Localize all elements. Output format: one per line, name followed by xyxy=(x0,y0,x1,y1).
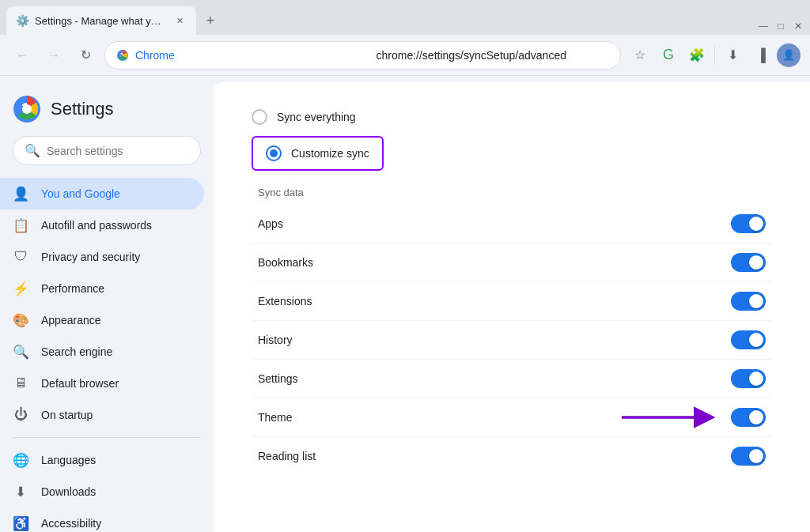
minimize-button[interactable]: — xyxy=(758,21,769,32)
sync-row-theme: Theme xyxy=(252,398,772,437)
clipboard-icon: 📋 xyxy=(13,217,28,233)
navigation-bar: ← → ↻ Chrome chrome://settings/syncSetup… xyxy=(0,35,810,76)
tab-title: Settings - Manage what you s xyxy=(35,15,166,27)
address-bar[interactable]: Chrome chrome://settings/syncSetup/advan… xyxy=(104,41,621,70)
sync-bookmarks-toggle[interactable] xyxy=(731,253,766,272)
sync-row-extensions: Extensions xyxy=(252,282,772,321)
sidebar-toggle-button[interactable]: ▐ xyxy=(748,43,774,68)
settings-search-bar[interactable]: 🔍 xyxy=(13,136,201,165)
sidebar-item-privacy[interactable]: 🛡 Privacy and security xyxy=(0,241,204,273)
search-input[interactable] xyxy=(47,145,189,157)
sidebar-label-appearance: Appearance xyxy=(41,314,101,326)
main-content: Sync everything Customize sync Sync data… xyxy=(214,82,810,532)
search-engine-icon: 🔍 xyxy=(13,344,28,360)
browser-window: ⚙️ Settings - Manage what you s ✕ + — □ … xyxy=(0,0,810,532)
new-tab-button[interactable]: + xyxy=(199,9,221,32)
customize-sync-label: Customize sync xyxy=(291,147,369,160)
active-tab[interactable]: ⚙️ Settings - Manage what you s ✕ xyxy=(6,6,196,35)
sync-everything-label: Sync everything xyxy=(277,111,356,123)
sidebar-item-accessibility[interactable]: ♿ Accessibility xyxy=(0,507,204,532)
sidebar-label-languages: Languages xyxy=(41,454,96,466)
window-controls: — □ ✕ xyxy=(758,21,804,35)
sidebar-divider xyxy=(13,437,201,438)
maximize-button[interactable]: □ xyxy=(775,21,786,32)
sync-reading-list-label: Reading list xyxy=(258,450,316,462)
back-button[interactable]: ← xyxy=(9,43,35,68)
sync-data-title: Sync data xyxy=(252,187,772,198)
sync-settings-toggle[interactable] xyxy=(731,369,766,388)
shield-icon: 🛡 xyxy=(13,249,28,265)
nav-divider xyxy=(714,46,715,65)
sidebar-label-accessibility: Accessibility xyxy=(41,517,101,530)
forward-button[interactable]: → xyxy=(41,43,66,68)
sync-row-bookmarks: Bookmarks xyxy=(252,243,772,282)
svg-point-4 xyxy=(22,104,32,114)
sync-theme-toggle[interactable] xyxy=(731,408,766,427)
sync-data-section: Sync data Apps Bookmarks Extensions xyxy=(239,174,785,475)
sidebar-label-performance: Performance xyxy=(41,282,104,295)
sync-row-reading-list: Reading list xyxy=(252,437,772,475)
sync-settings-label: Settings xyxy=(258,372,298,385)
sidebar-label-default-browser: Default browser xyxy=(41,377,119,390)
tab-favicon: ⚙️ xyxy=(16,14,28,27)
download-sidebar-icon: ⬇ xyxy=(13,484,28,500)
sync-row-apps: Apps xyxy=(252,205,772,243)
profile-button[interactable]: 👤 xyxy=(777,43,801,67)
chrome-logo xyxy=(13,95,41,123)
sync-everything-option[interactable]: Sync everything xyxy=(239,101,785,133)
sync-extensions-label: Extensions xyxy=(258,295,312,308)
sidebar-item-on-startup[interactable]: ⏻ On startup xyxy=(0,399,204,431)
settings-sidebar: Settings 🔍 👤 You and Google 📋 Autofill a… xyxy=(0,76,214,532)
settings-header: Settings xyxy=(0,89,214,136)
address-favicon xyxy=(116,49,129,62)
download-button[interactable]: ⬇ xyxy=(720,43,745,68)
sidebar-label-on-startup: On startup xyxy=(41,409,93,421)
sync-everything-radio[interactable] xyxy=(252,109,267,125)
palette-icon: 🎨 xyxy=(13,312,28,328)
customize-sync-radio[interactable] xyxy=(266,145,282,161)
sidebar-item-you-and-google[interactable]: 👤 You and Google xyxy=(0,178,204,209)
sidebar-item-default-browser[interactable]: 🖥 Default browser xyxy=(0,368,204,399)
close-window-button[interactable]: ✕ xyxy=(793,21,804,32)
tab-close-button[interactable]: ✕ xyxy=(172,13,187,28)
accessibility-icon: ♿ xyxy=(13,515,28,531)
sync-extensions-toggle[interactable] xyxy=(731,292,766,311)
search-icon: 🔍 xyxy=(25,143,40,158)
person-icon: 👤 xyxy=(13,186,28,202)
sidebar-item-appearance[interactable]: 🎨 Appearance xyxy=(0,304,204,336)
sidebar-label-search-engine: Search engine xyxy=(41,345,112,358)
sync-reading-list-toggle[interactable] xyxy=(731,447,766,466)
sidebar-label-downloads: Downloads xyxy=(41,485,96,498)
sync-history-toggle[interactable] xyxy=(731,330,766,349)
power-icon: ⏻ xyxy=(13,407,28,423)
sync-row-history: History xyxy=(252,321,772,360)
sidebar-item-search-engine[interactable]: 🔍 Search engine xyxy=(0,336,204,368)
reload-button[interactable]: ↻ xyxy=(73,43,98,68)
extensions-button[interactable]: 🧩 xyxy=(684,43,710,68)
sidebar-item-autofill[interactable]: 📋 Autofill and passwords xyxy=(0,209,204,241)
google-account-button[interactable]: G xyxy=(656,43,681,68)
sync-bookmarks-label: Bookmarks xyxy=(258,256,313,269)
sync-apps-label: Apps xyxy=(258,217,283,230)
performance-icon: ⚡ xyxy=(13,281,28,296)
sync-apps-toggle[interactable] xyxy=(731,214,766,233)
nav-actions: ☆ G 🧩 ⬇ ▐ 👤 xyxy=(627,43,801,68)
sidebar-label-privacy: Privacy and security xyxy=(41,251,140,263)
content-inner: Sync everything Customize sync Sync data… xyxy=(214,82,810,494)
purple-arrow-annotation xyxy=(622,406,725,428)
settings-title: Settings xyxy=(51,99,114,119)
customize-sync-option[interactable]: Customize sync xyxy=(252,136,384,171)
tab-bar: ⚙️ Settings - Manage what you s ✕ + — □ … xyxy=(0,0,810,35)
sidebar-label-you-and-google: You and Google xyxy=(41,187,120,200)
sidebar-item-downloads[interactable]: ⬇ Downloads xyxy=(0,476,204,507)
monitor-icon: 🖥 xyxy=(13,375,28,391)
sidebar-item-performance[interactable]: ⚡ Performance xyxy=(0,273,204,304)
sidebar-label-autofill: Autofill and passwords xyxy=(41,219,152,232)
sidebar-item-languages[interactable]: 🌐 Languages xyxy=(0,444,204,476)
bookmark-button[interactable]: ☆ xyxy=(627,43,653,68)
sync-theme-label: Theme xyxy=(258,411,293,424)
sync-history-label: History xyxy=(258,334,293,346)
url-brand: Chrome xyxy=(135,49,369,62)
globe-icon: 🌐 xyxy=(13,452,28,468)
url-address: chrome://settings/syncSetup/advanced xyxy=(377,49,610,62)
